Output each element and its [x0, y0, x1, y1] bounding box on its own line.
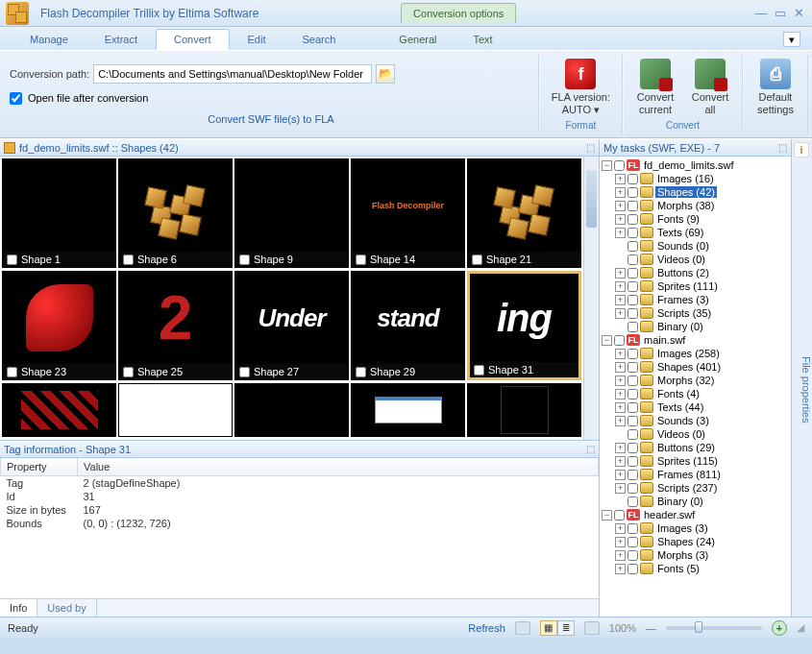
expand-icon[interactable]: + [615, 389, 626, 400]
expand-icon[interactable]: − [602, 160, 612, 171]
menu-extract[interactable]: Extract [86, 29, 156, 50]
convert-swf-to-fla-link[interactable]: Convert SWF file(s) to FLA [10, 113, 532, 125]
tree-category[interactable]: +Images (258) [602, 347, 789, 360]
expand-icon[interactable]: + [615, 187, 626, 198]
tree-category[interactable]: +Fonts (9) [602, 212, 789, 226]
tree-checkbox[interactable] [627, 187, 638, 198]
open-after-checkbox-row[interactable]: Open file after conversion [10, 92, 532, 105]
expand-icon[interactable] [615, 241, 626, 252]
thumbnail-checkbox[interactable] [474, 365, 484, 375]
context-tab-conversion[interactable]: Conversion options [401, 3, 516, 23]
view-mode-list[interactable]: ≣ [557, 620, 575, 636]
tree-checkbox[interactable] [627, 564, 638, 574]
tree-checkbox[interactable] [627, 402, 638, 413]
tree-checkbox[interactable] [627, 281, 638, 292]
tree-checkbox[interactable] [627, 201, 638, 211]
thumbnail[interactable]: Flash DecompilerShape 14 [351, 158, 465, 268]
tree-category[interactable]: Videos (0) [602, 253, 789, 266]
thumbnail-checkbox[interactable] [7, 254, 17, 265]
conversion-path-input[interactable] [93, 64, 372, 84]
thumbnail[interactable]: Shape 21 [467, 158, 581, 268]
tree-category[interactable]: +Scripts (237) [602, 481, 789, 495]
thumbnail[interactable]: 2Shape 25 [118, 271, 233, 380]
thumbnail-checkbox[interactable] [356, 254, 366, 265]
browse-folder-button[interactable]: 📂 [376, 64, 395, 84]
tree-category[interactable]: +Texts (44) [602, 400, 789, 414]
file-properties-sidebar[interactable]: i File properties [791, 139, 812, 617]
tree-checkbox[interactable] [614, 160, 625, 171]
expand-icon[interactable]: + [615, 281, 626, 292]
thumbnail[interactable]: ingShape 31 [467, 271, 581, 380]
col-value[interactable]: Value [78, 458, 599, 476]
tree-checkbox[interactable] [627, 443, 638, 453]
close-button[interactable]: ✕ [793, 7, 806, 20]
expand-icon[interactable]: + [615, 537, 626, 547]
maximize-button[interactable]: ▭ [774, 7, 787, 20]
expand-icon[interactable]: + [615, 362, 626, 373]
tree-checkbox[interactable] [614, 510, 625, 521]
thumbnail[interactable]: standShape 29 [351, 271, 465, 380]
thumbnail-checkbox[interactable] [123, 254, 134, 265]
tree-category[interactable]: +Sounds (3) [602, 414, 789, 427]
expand-icon[interactable]: + [615, 443, 626, 453]
tree-checkbox[interactable] [627, 268, 638, 279]
thumbnail-checkbox[interactable] [239, 254, 250, 265]
resize-grip-icon[interactable]: ◢ [797, 621, 804, 634]
tree-category[interactable]: +Morphs (38) [602, 199, 789, 212]
tree-category[interactable]: +Fonts (4) [602, 387, 789, 400]
tree-checkbox[interactable] [627, 375, 638, 386]
tree-category[interactable]: Binary (0) [602, 320, 789, 333]
thumbnail-checkbox[interactable] [123, 367, 134, 377]
camera-icon[interactable] [515, 621, 530, 635]
submenu-text[interactable]: Text [455, 29, 511, 50]
expand-icon[interactable]: + [615, 174, 626, 184]
expand-icon[interactable]: − [602, 335, 612, 346]
tree-category[interactable]: Sounds (0) [602, 239, 789, 253]
expand-icon[interactable]: + [615, 201, 626, 211]
menu-convert[interactable]: Convert [156, 29, 230, 50]
expand-icon[interactable]: + [615, 483, 626, 494]
convert-all-button[interactable]: Convertall [684, 57, 736, 117]
menu-manage[interactable]: Manage [12, 29, 86, 50]
tree-category[interactable]: +Shapes (42) [602, 185, 789, 199]
submenu-general[interactable]: General [381, 29, 455, 50]
tree-category[interactable]: +Buttons (2) [602, 266, 789, 279]
tree-category[interactable]: +Images (3) [602, 521, 789, 535]
tree-category[interactable]: +Morphs (3) [602, 548, 789, 562]
refresh-button[interactable]: Refresh [468, 622, 505, 634]
tree-category[interactable]: +Morphs (32) [602, 374, 789, 387]
tree-category[interactable]: +Buttons (29) [602, 441, 789, 454]
tree-checkbox[interactable] [627, 295, 638, 305]
minimize-button[interactable]: — [754, 7, 768, 20]
expand-icon[interactable]: + [615, 308, 626, 319]
view-mode-thumbs[interactable]: ▦ [540, 620, 557, 636]
tree-checkbox[interactable] [627, 214, 638, 225]
zoom-slider[interactable] [666, 626, 762, 630]
tree-checkbox[interactable] [614, 335, 625, 346]
thumbnail[interactable]: Shape 6 [118, 158, 233, 268]
thumbnails-scrollbar[interactable] [583, 157, 599, 440]
expand-icon[interactable]: + [615, 550, 626, 561]
toolbar-toggle-icon[interactable]: ▾ [783, 32, 800, 47]
tasks-tree[interactable]: −FLfd_demo_limits.swf+Images (16)+Shapes… [600, 157, 791, 617]
tree-checkbox[interactable] [627, 228, 638, 238]
convert-current-button[interactable]: Convertcurrent [629, 57, 681, 117]
col-property[interactable]: Property [1, 458, 78, 476]
thumbnail-checkbox[interactable] [239, 367, 250, 377]
tree-checkbox[interactable] [627, 322, 638, 332]
expand-icon[interactable] [615, 322, 626, 332]
thumbnail[interactable]: UnderShape 27 [234, 271, 349, 380]
tree-checkbox[interactable] [627, 537, 638, 547]
pin-icon[interactable]: ⬚ [586, 142, 595, 153]
tree-checkbox[interactable] [627, 416, 638, 426]
zoom-out-button[interactable]: — [646, 622, 656, 634]
thumbnail[interactable] [467, 383, 581, 437]
thumbnail[interactable]: Shape 1 [2, 158, 116, 268]
expand-icon[interactable]: + [615, 456, 626, 467]
thumbnail[interactable]: Shape 9 [234, 158, 349, 268]
thumbnail[interactable]: Shape 23 [2, 271, 116, 380]
tree-checkbox[interactable] [627, 470, 638, 480]
default-settings-button[interactable]: ⎙ Defaultsettings [750, 57, 801, 117]
tree-checkbox[interactable] [627, 456, 638, 467]
fla-version-button[interactable]: f FLA version:AUTO ▾ [546, 57, 616, 117]
